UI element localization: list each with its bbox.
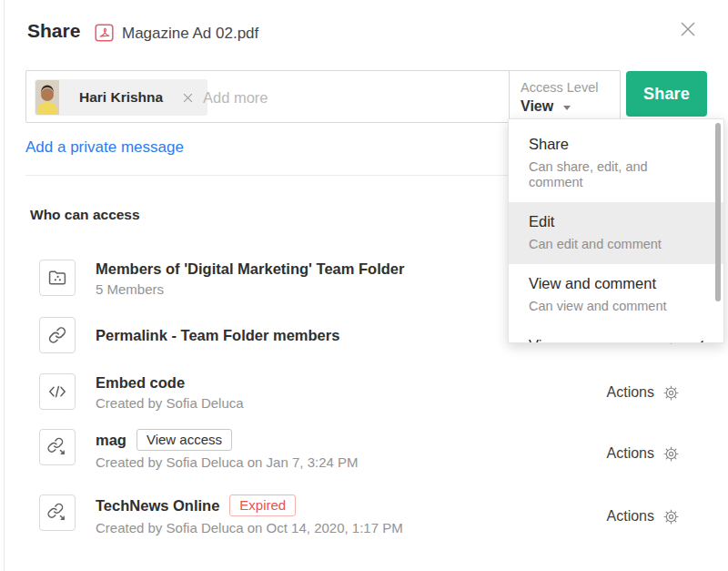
access-level-value: View (521, 98, 553, 115)
who-can-access-heading: Who can access (30, 207, 140, 223)
mag-actions-button[interactable]: Actions (607, 442, 680, 465)
technews-actions-button[interactable]: Actions (607, 505, 680, 528)
list-item-team-folder: Members of 'Digital Marketing' Team Fold… (39, 260, 404, 298)
check-icon (689, 337, 705, 343)
recipient-chip: Hari Krishna (35, 79, 207, 116)
embed-code-actions-button[interactable]: Actions (607, 381, 680, 404)
dropdown-item-label: View (529, 336, 705, 343)
dropdown-item-view[interactable]: View (509, 326, 723, 343)
list-item-permalink: Permalink - Team Folder members (39, 317, 339, 353)
list-item-title: TechNews Online (96, 496, 219, 515)
list-item-subtitle: 5 Members (96, 281, 404, 298)
avatar (35, 80, 59, 115)
list-item-embed-code: Embed code Created by Sofia Deluca (39, 373, 244, 412)
chevron-down-icon (563, 106, 571, 110)
remove-recipient-icon[interactable] (181, 91, 195, 105)
shared-link-icon (39, 495, 76, 531)
list-item-subtitle: Created by Sofia Deluca on Jan 7, 3:24 P… (96, 454, 359, 471)
list-item-title: mag (96, 431, 126, 449)
dropdown-item-edit[interactable]: Edit Can edit and comment (509, 202, 723, 264)
share-dialog: Share Magazine Ad 02.pdf Hari Krishna (0, 0, 728, 571)
dropdown-scrollbar[interactable] (715, 123, 721, 301)
view-access-button[interactable]: View access (136, 429, 232, 451)
team-folder-icon (39, 260, 76, 296)
list-item-technews-link: TechNews Online Expired Created by Sofia… (39, 495, 403, 536)
dropdown-item-description: Can view and comment (529, 299, 705, 314)
dropdown-item-view-and-comment[interactable]: View and comment Can view and comment (509, 264, 723, 326)
access-level-dropdown: Share Can share, edit, and comment Edit … (508, 118, 724, 343)
actions-label: Actions (607, 445, 654, 462)
shared-link-icon (39, 429, 76, 465)
file-name: Magazine Ad 02.pdf (122, 25, 258, 43)
list-item-subtitle: Created by Sofia Deluca (96, 395, 244, 412)
dropdown-item-label: Edit (529, 212, 705, 230)
recipient-name: Hari Krishna (59, 89, 181, 106)
gear-icon (662, 384, 680, 402)
dropdown-item-description: Can share, edit, and comment (529, 159, 705, 190)
list-item-subtitle: Created by Sofia Deluca on Oct 14, 2020,… (96, 520, 403, 536)
expired-badge: Expired (229, 495, 296, 516)
access-level-label: Access Level (521, 80, 620, 95)
add-private-message-link[interactable]: Add a private message (25, 138, 184, 157)
permalink-icon (39, 317, 76, 353)
list-item-title: Permalink - Team Folder members (96, 326, 339, 344)
share-button[interactable]: Share (626, 71, 707, 117)
add-more-input[interactable] (201, 84, 332, 111)
pdf-icon (95, 24, 114, 42)
dropdown-item-description: Can edit and comment (529, 237, 705, 252)
dropdown-item-label: View and comment (529, 274, 705, 292)
close-icon[interactable] (677, 18, 699, 40)
embed-code-icon (39, 373, 76, 410)
recipients-input-row: Hari Krishna Access Level View (25, 70, 621, 123)
gear-icon (662, 508, 680, 525)
dialog-title: Share (27, 20, 80, 42)
dropdown-item-label: Share (529, 135, 705, 153)
gear-icon (662, 445, 680, 463)
access-level-selector[interactable]: Access Level View (509, 71, 620, 122)
dropdown-item-share[interactable]: Share Can share, edit, and comment (509, 125, 723, 202)
list-item-title: Embed code (96, 373, 244, 392)
actions-label: Actions (607, 508, 654, 525)
list-item-mag-link: mag View access Created by Sofia Deluca … (39, 429, 359, 471)
actions-label: Actions (607, 384, 654, 401)
list-item-title: Members of 'Digital Marketing' Team Fold… (96, 260, 404, 278)
